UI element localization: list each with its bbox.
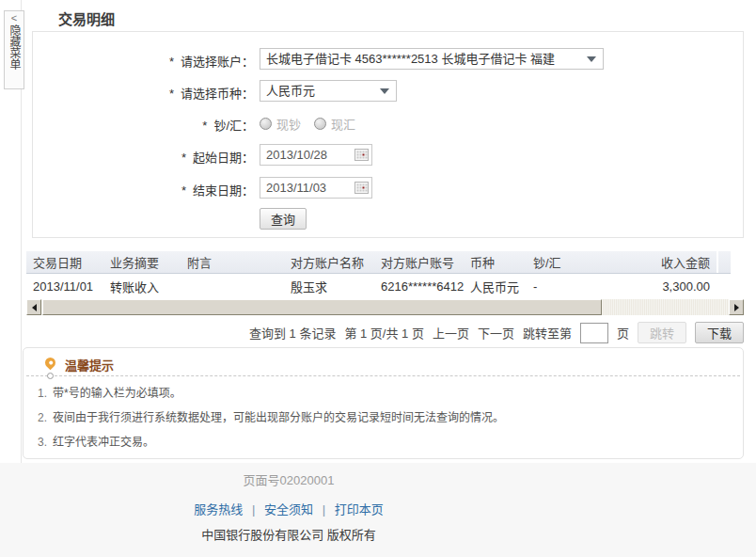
col-header-trade-date: 交易日期 (26, 253, 103, 271)
table-row: 2013/11/01 转账收入 殷玉求 6216******6412 人民币元 … (26, 274, 731, 300)
cash-radio[interactable] (260, 118, 272, 130)
prev-page-link[interactable]: 上一页 (433, 324, 469, 342)
download-button[interactable]: 下载 (695, 322, 744, 343)
tip-text: 红字代表冲正交易。 (53, 436, 154, 449)
cell-cash-type: - (527, 279, 595, 294)
col-header-memo: 附言 (181, 253, 284, 271)
tip-text: 夜间由于我行须进行系统数据处理，可能出现部分账户的交易记录短时间无法查询的情况。 (53, 411, 504, 424)
next-page-link[interactable]: 下一页 (478, 324, 514, 342)
col-header-currency: 币种 (464, 253, 527, 271)
cell-currency: 人民币元 (464, 278, 527, 295)
footer-links: 服务热线 | 安全须知 | 打印本页 (0, 500, 577, 517)
currency-select[interactable]: 人民币元 (260, 80, 397, 102)
result-count-text: 查询到 1 条记录 (249, 324, 336, 342)
end-date-field (260, 177, 372, 199)
scroll-left-button[interactable] (26, 299, 41, 315)
start-date-row: *起始日期： (33, 144, 743, 167)
col-header-income-amount: 收入金额 (595, 253, 717, 271)
copyright-text: 中国银行股份有限公司 版权所有 (0, 525, 577, 543)
link-separator: | (252, 502, 255, 517)
cell-counterparty-name: 殷玉求 (284, 278, 374, 295)
col-header-counterparty-name: 对方账户名称 (284, 253, 374, 271)
end-date-label: *结束日期： (181, 181, 254, 199)
jump-page-input[interactable] (580, 323, 608, 343)
tips-panel: 温馨提示 1.带*号的输入栏为必填项。 2.夜间由于我行须进行系统数据处理，可能… (23, 347, 744, 459)
jump-suffix-text: 页 (617, 324, 629, 342)
cash-radio-label: 现钞 (276, 115, 301, 133)
tip-text: 带*号的输入栏为必填项。 (53, 387, 181, 400)
required-mark: * (181, 151, 186, 165)
exchange-radio[interactable] (314, 118, 326, 130)
account-label: *请选择账户： (169, 52, 254, 70)
calendar-icon[interactable] (354, 182, 369, 194)
currency-label: *请选择币种： (169, 84, 254, 102)
scrollbar-thumb[interactable] (42, 299, 602, 315)
print-page-link[interactable]: 打印本页 (335, 502, 384, 517)
required-mark: * (181, 183, 186, 198)
cash-type-radios: 现钞 现汇 (260, 115, 369, 133)
tip-number: 3. (38, 436, 47, 449)
start-date-label: *起始日期： (181, 148, 254, 166)
exchange-radio-label: 现汇 (331, 115, 355, 133)
page-info-text: 第 1 页/共 1 页 (344, 324, 424, 342)
required-mark: * (202, 119, 207, 133)
cell-trade-date: 2013/11/01 (26, 279, 103, 294)
triangle-right-icon (734, 304, 739, 311)
security-notice-link[interactable]: 安全须知 (264, 502, 313, 517)
chevron-left-icon: < (5, 12, 24, 24)
hide-menu-label: 隐藏菜单 (6, 24, 23, 70)
cell-income-amount: 3,300.00 (595, 279, 717, 294)
results-table: 交易日期 业务摘要 附言 对方账户名称 对方账户账号 币种 钞/汇 收入金额 2… (26, 251, 731, 300)
page-title: 交易明细 (58, 8, 115, 28)
tip-number: 2. (38, 411, 47, 424)
jump-button[interactable]: 跳转 (638, 322, 686, 343)
triangle-left-icon (32, 304, 37, 311)
map-pin-icon (43, 356, 58, 371)
currency-select-value: 人民币元 (266, 84, 315, 98)
tip-item: 2.夜间由于我行须进行系统数据处理，可能出现部分账户的交易记录短时间无法查询的情… (38, 408, 504, 424)
end-date-row: *结束日期： (33, 177, 743, 199)
col-header-summary: 业务摘要 (103, 253, 181, 271)
cell-clipped (717, 274, 731, 299)
horizontal-scrollbar[interactable] (26, 299, 744, 315)
pin-anchor-dot-icon (47, 373, 54, 379)
required-mark: * (169, 87, 174, 101)
tip-item: 3.红字代表冲正交易。 (38, 433, 154, 449)
chevron-down-icon (380, 88, 389, 94)
currency-row: *请选择币种： 人民币元 (33, 80, 743, 103)
cell-summary: 转账收入 (103, 278, 181, 295)
col-header-counterparty-account: 对方账户账号 (374, 253, 464, 271)
pagination-bar: 查询到 1 条记录 第 1 页/共 1 页 上一页 下一页 跳转至第 页 跳转 … (26, 321, 744, 344)
jump-prefix-text: 跳转至第 (523, 324, 572, 342)
query-button[interactable]: 查询 (260, 208, 307, 230)
account-select-value: 长城电子借记卡 4563******2513 长城电子借记卡 福建 (266, 52, 555, 66)
tip-number: 1. (38, 387, 47, 400)
tips-title: 温馨提示 (65, 356, 114, 374)
dashed-divider (26, 375, 740, 376)
col-header-cash-type: 钞/汇 (527, 253, 595, 271)
calendar-icon[interactable] (354, 149, 369, 161)
required-mark: * (169, 55, 174, 69)
account-row: *请选择账户： 长城电子借记卡 4563******2513 长城电子借记卡 福… (33, 48, 743, 71)
service-hotline-link[interactable]: 服务热线 (194, 502, 243, 517)
tip-item: 1.带*号的输入栏为必填项。 (38, 384, 181, 400)
scroll-right-button[interactable] (729, 299, 744, 315)
table-header-row: 交易日期 业务摘要 附言 对方账户名称 对方账户账号 币种 钞/汇 收入金额 (26, 251, 731, 274)
col-header-clipped (717, 251, 731, 273)
page-code: 页面号02020001 (0, 470, 577, 488)
hide-menu-tab[interactable]: < 隐藏菜单 (4, 10, 24, 89)
cash-type-label: *钞/汇： (202, 116, 254, 134)
link-separator: | (323, 502, 325, 517)
chevron-down-icon (587, 56, 596, 62)
start-date-field (260, 144, 372, 166)
cell-counterparty-account: 6216******6412 (374, 279, 464, 294)
cash-type-row: *钞/汇： 现钞 现汇 (33, 112, 743, 135)
account-select[interactable]: 长城电子借记卡 4563******2513 长城电子借记卡 福建 (260, 48, 604, 70)
query-form-panel: *请选择账户： 长城电子借记卡 4563******2513 长城电子借记卡 福… (32, 31, 744, 238)
